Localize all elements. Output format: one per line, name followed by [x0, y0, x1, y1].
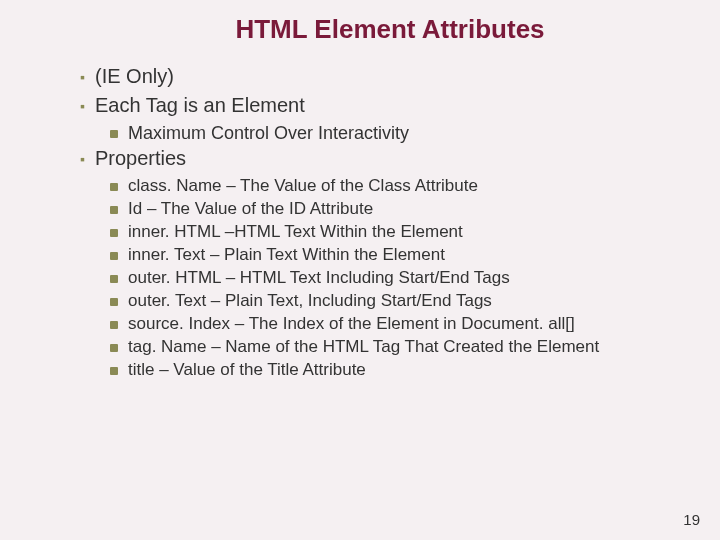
bullet-marker-icon: [110, 130, 118, 138]
list-item: Maximum Control Over Interactivity: [110, 123, 720, 144]
list-item: tag. Name – Name of the HTML Tag That Cr…: [110, 337, 720, 357]
list-item: ▪ (IE Only): [80, 65, 720, 88]
bullet-marker-icon: [110, 206, 118, 214]
bullet-marker-icon: [110, 275, 118, 283]
bullet-text: (IE Only): [95, 65, 174, 88]
bullet-marker-icon: [110, 298, 118, 306]
bullet-text: source. Index – The Index of the Element…: [128, 314, 575, 334]
bullet-marker-icon: [110, 252, 118, 260]
list-item: inner. HTML –HTML Text Within the Elemen…: [110, 222, 720, 242]
bullet-marker-icon: [110, 344, 118, 352]
bullet-text: Properties: [95, 147, 186, 170]
slide-title: HTML Element Attributes: [60, 0, 720, 45]
slide-content: ▪ (IE Only) ▪ Each Tag is an Element Max…: [0, 45, 720, 380]
list-item: outer. HTML – HTML Text Including Start/…: [110, 268, 720, 288]
bullet-text: outer. HTML – HTML Text Including Start/…: [128, 268, 510, 288]
list-item: title – Value of the Title Attribute: [110, 360, 720, 380]
bullet-marker-icon: [110, 183, 118, 191]
bullet-marker-icon: [110, 367, 118, 375]
bullet-marker-icon: ▪: [80, 99, 85, 113]
bullet-text: outer. Text – Plain Text, Including Star…: [128, 291, 492, 311]
bullet-marker-icon: ▪: [80, 152, 85, 166]
bullet-text: Maximum Control Over Interactivity: [128, 123, 409, 144]
bullet-text: tag. Name – Name of the HTML Tag That Cr…: [128, 337, 599, 357]
list-item: ▪ Properties: [80, 147, 720, 170]
bullet-text: class. Name – The Value of the Class Att…: [128, 176, 478, 196]
page-number: 19: [683, 511, 700, 528]
list-item: ▪ Each Tag is an Element: [80, 94, 720, 117]
bullet-text: Each Tag is an Element: [95, 94, 305, 117]
bullet-marker-icon: ▪: [80, 70, 85, 84]
list-item: inner. Text – Plain Text Within the Elem…: [110, 245, 720, 265]
bullet-text: Id – The Value of the ID Attribute: [128, 199, 373, 219]
list-item: Id – The Value of the ID Attribute: [110, 199, 720, 219]
bullet-marker-icon: [110, 321, 118, 329]
bullet-text: title – Value of the Title Attribute: [128, 360, 366, 380]
list-item: source. Index – The Index of the Element…: [110, 314, 720, 334]
bullet-marker-icon: [110, 229, 118, 237]
bullet-text: inner. HTML –HTML Text Within the Elemen…: [128, 222, 463, 242]
bullet-text: inner. Text – Plain Text Within the Elem…: [128, 245, 445, 265]
list-item: class. Name – The Value of the Class Att…: [110, 176, 720, 196]
list-item: outer. Text – Plain Text, Including Star…: [110, 291, 720, 311]
